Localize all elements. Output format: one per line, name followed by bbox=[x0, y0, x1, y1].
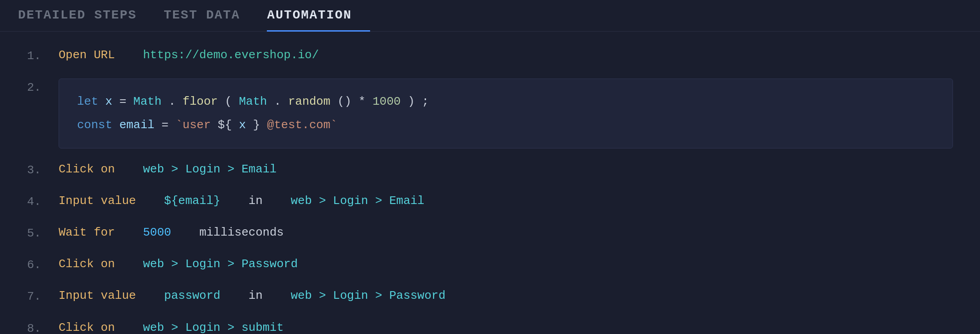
kw-dollar: ${ bbox=[218, 118, 232, 132]
step-8-path: web > Login > submit bbox=[143, 321, 284, 334]
step-7-sp3 bbox=[270, 289, 284, 302]
kw-math2: Math bbox=[239, 95, 267, 108]
kw-random: random bbox=[288, 95, 330, 108]
kw-semi1: ; bbox=[422, 95, 429, 108]
kw-1000: 1000 bbox=[372, 95, 400, 108]
step-3-path: web > Login > Email bbox=[143, 162, 276, 176]
step-7: 7. Input value password in web > Login >… bbox=[27, 286, 953, 306]
kw-paren3: ) bbox=[408, 95, 415, 108]
kw-paren2: () bbox=[337, 95, 351, 108]
step-6-path: web > Login > Password bbox=[143, 257, 298, 271]
step-6-keyword: Click on bbox=[59, 257, 115, 271]
step-5-sp1 bbox=[122, 226, 136, 239]
step-5: 5. Wait for 5000 milliseconds bbox=[27, 223, 953, 243]
step-6-num: 6. bbox=[27, 254, 59, 275]
kw-backtick1: `user bbox=[175, 118, 211, 132]
tab-bar: DETAILED STEPS TEST DATA AUTOMATION bbox=[0, 0, 980, 32]
kw-email-var: email bbox=[119, 118, 162, 132]
kw-eq1: = bbox=[119, 95, 133, 108]
code-line-2: const email = `user ${ x } @test.com` bbox=[77, 115, 934, 135]
step-1-spacer bbox=[122, 48, 136, 62]
code-line-1: let x = Math . floor ( Math . random () … bbox=[77, 92, 934, 111]
step-7-keyword: Input value bbox=[59, 289, 136, 302]
step-3-keyword: Click on bbox=[59, 162, 115, 176]
step-4-content: Input value ${email} in web > Login > Em… bbox=[59, 191, 953, 211]
kw-math1: Math bbox=[133, 95, 161, 108]
tab-automation[interactable]: AUTOMATION bbox=[267, 0, 370, 32]
step-4-path: web > Login > Email bbox=[291, 194, 424, 208]
kw-dot1: . bbox=[169, 95, 176, 108]
step-5-content: Wait for 5000 milliseconds bbox=[59, 223, 953, 242]
step-5-number: 5000 bbox=[143, 226, 171, 239]
step-1-content: Open URL https://demo.evershop.io/ bbox=[59, 45, 953, 65]
step-8-sp bbox=[122, 321, 136, 334]
tab-test-data[interactable]: TEST DATA bbox=[164, 0, 258, 32]
step-7-value: password bbox=[164, 289, 220, 302]
tab-test-data-label: TEST DATA bbox=[164, 8, 240, 22]
step-7-in: in bbox=[248, 289, 262, 302]
step-4-in: in bbox=[248, 194, 262, 208]
step-5-num: 5. bbox=[27, 223, 59, 243]
step-4-sp2 bbox=[228, 194, 242, 208]
step-4-keyword: Input value bbox=[59, 194, 136, 208]
kw-const: const bbox=[77, 118, 112, 132]
step-8: 8. Click on web > Login > submit bbox=[27, 318, 953, 334]
step-7-sp1 bbox=[143, 289, 157, 302]
kw-let: let bbox=[77, 95, 98, 108]
kw-eq2: = bbox=[161, 118, 175, 132]
step-4: 4. Input value ${email} in web > Login >… bbox=[27, 191, 953, 212]
step-5-unit: milliseconds bbox=[199, 226, 284, 239]
kw-paren1: ( bbox=[225, 95, 232, 108]
step-2-content: let x = Math . floor ( Math . random () … bbox=[59, 77, 953, 148]
tab-detailed-steps[interactable]: DETAILED STEPS bbox=[18, 0, 155, 32]
step-2: 2. let x = Math . floor ( Math . random … bbox=[27, 77, 953, 148]
tab-detailed-steps-label: DETAILED STEPS bbox=[18, 8, 137, 22]
step-3-content: Click on web > Login > Email bbox=[59, 159, 953, 179]
kw-dot2: . bbox=[274, 95, 281, 108]
kw-floor: floor bbox=[183, 95, 218, 108]
kw-x-ref: x bbox=[239, 118, 246, 132]
step-1-url: https://demo.evershop.io/ bbox=[143, 48, 319, 62]
step-6-content: Click on web > Login > Password bbox=[59, 254, 953, 274]
code-block: let x = Math . floor ( Math . random () … bbox=[59, 79, 953, 148]
step-5-sp2 bbox=[178, 226, 192, 239]
step-8-content: Click on web > Login > submit bbox=[59, 318, 953, 334]
step-3-sp bbox=[122, 162, 136, 176]
step-2-num: 2. bbox=[27, 77, 59, 97]
automation-content: 1. Open URL https://demo.evershop.io/ 2.… bbox=[0, 32, 980, 334]
step-7-content: Input value password in web > Login > Pa… bbox=[59, 286, 953, 306]
step-7-sp2 bbox=[228, 289, 242, 302]
step-4-sp3 bbox=[270, 194, 284, 208]
step-1-num: 1. bbox=[27, 45, 59, 66]
kw-closebrace: } bbox=[253, 118, 260, 132]
step-4-sp1 bbox=[143, 194, 157, 208]
step-8-keyword: Click on bbox=[59, 321, 115, 334]
step-3-num: 3. bbox=[27, 159, 59, 180]
kw-at-test: @test.com` bbox=[267, 118, 337, 132]
step-5-keyword: Wait for bbox=[59, 226, 115, 239]
step-1: 1. Open URL https://demo.evershop.io/ bbox=[27, 45, 953, 66]
step-1-keyword: Open URL bbox=[59, 48, 115, 62]
step-6: 6. Click on web > Login > Password bbox=[27, 254, 953, 275]
kw-mul: * bbox=[358, 95, 366, 108]
step-4-value: ${email} bbox=[164, 194, 220, 208]
step-3: 3. Click on web > Login > Email bbox=[27, 159, 953, 180]
step-6-sp bbox=[122, 257, 136, 271]
step-8-num: 8. bbox=[27, 318, 59, 334]
tab-automation-label: AUTOMATION bbox=[267, 8, 352, 22]
step-7-path: web > Login > Password bbox=[291, 289, 445, 302]
step-7-num: 7. bbox=[27, 286, 59, 306]
kw-x: x bbox=[105, 95, 119, 108]
step-4-num: 4. bbox=[27, 191, 59, 212]
